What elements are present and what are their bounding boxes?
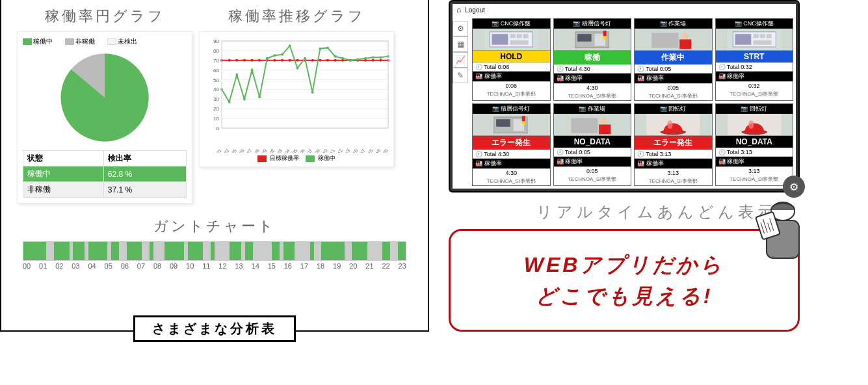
svg-rect-124 (599, 125, 611, 135)
svg-point-74 (273, 54, 276, 57)
sidebar-btn-4[interactable]: ✎ (453, 68, 468, 83)
dashboard-window: ⌂ Logout ⚙ ▦ 📈 ✎ 📷 CNC操作盤HOLD🕘 Total 0:0… (449, 0, 800, 192)
cell-thumb (473, 29, 550, 51)
svg-point-130 (748, 120, 754, 129)
svg-rect-119 (522, 116, 525, 121)
cell-thumb (635, 114, 712, 136)
svg-point-85 (356, 58, 359, 60)
svg-text:0: 0 (217, 126, 220, 131)
cell-status: NO_DATA (716, 136, 793, 148)
cell-rate-value: 0:05 (635, 83, 712, 92)
svg-point-73 (266, 57, 269, 60)
callout-box: WEBアプリだから どこでも見える! (449, 229, 800, 332)
cell-status: STRT (716, 51, 793, 62)
legend-stopped: 非稼働 (75, 37, 95, 46)
svg-point-71 (251, 69, 254, 72)
svg-point-87 (372, 56, 375, 59)
cell-thumb (716, 29, 793, 51)
svg-point-56 (311, 59, 314, 62)
svg-rect-97 (510, 40, 529, 45)
svg-point-58 (326, 59, 329, 62)
svg-rect-112 (759, 34, 765, 38)
cell-total: 🕘 Total 4:30 (473, 150, 550, 158)
svg-point-80 (319, 47, 321, 50)
dashboard-cell[interactable]: 📷 積層信号灯稼働🕘 Total 4:30🏭 稼働率4:30TECHNOA_SI… (553, 18, 632, 101)
pie-table: 状態検出率 稼働中62.8 % 非稼働37.1 % (23, 150, 187, 198)
cell-thumb (473, 114, 550, 136)
analysis-panel: 稼働率円グラフ 稼働中 非稼働 未検出 状態検出率 稼働中62.8 % 非稼 (0, 0, 429, 332)
sidebar-btn-1[interactable]: ⚙ (453, 21, 468, 36)
cell-rate-value: 0:05 (554, 166, 631, 175)
dashboard-cell[interactable]: 📷 積層信号灯エラー発生🕘 Total 4:30🏭 稼働率4:30TECHNOA… (472, 103, 551, 186)
svg-point-70 (243, 98, 246, 100)
sidebar-btn-2[interactable]: ▦ (453, 36, 468, 52)
cell-org: TECHNOA_SI事業部 (716, 175, 793, 183)
svg-rect-94 (510, 34, 516, 38)
th-rate: 検出率 (103, 151, 186, 166)
dashboard-cell[interactable]: 📷 CNC操作盤STRT🕘 Total 0:32🏭 稼働率0:32TECHNOA… (715, 18, 794, 101)
legend-undetected: 未検出 (118, 37, 137, 46)
cell-status: エラー発生 (635, 136, 712, 150)
dashboard-cell[interactable]: 📷 作業場作業中🕘 Total 0:05🏭 稼働率0:05TECHNOA_SI事… (634, 18, 713, 101)
cell-org: TECHNOA_SI事業部 (473, 90, 550, 98)
cell-org: TECHNOA_SI事業部 (554, 92, 631, 100)
cell-total: 🕘 Total 3:13 (716, 148, 793, 156)
cell-rate-value: 4:30 (473, 168, 550, 177)
svg-rect-113 (766, 34, 771, 38)
dashboard-cell[interactable]: 📷 作業場NO_DATA🕘 Total 0:05🏭 稼働率0:05TECHNOA… (553, 103, 632, 186)
gantt-title: ガントチャート (17, 217, 412, 236)
dashboard-cell[interactable]: 📷 回転灯NO_DATA🕘 Total 3:13🏭 稼働率3:13TECHNOA… (715, 103, 794, 186)
svg-point-59 (334, 59, 337, 62)
svg-point-76 (289, 44, 291, 47)
cell-status: 稼働 (554, 51, 631, 64)
gantt-hours: 0001020304050607080910111213141516171819… (23, 262, 406, 270)
svg-rect-96 (523, 34, 528, 38)
svg-rect-117 (496, 119, 510, 127)
sidebar-btn-3[interactable]: 📈 (453, 52, 468, 68)
cell-title: 📷 CNC操作盤 (473, 19, 550, 29)
svg-text:60: 60 (213, 68, 219, 73)
cell-rate-label: 🏭 稼働率 (716, 71, 793, 81)
cell-status: HOLD (473, 51, 550, 62)
td-stopped: 非稼働 (23, 182, 104, 198)
cell-rate-label: 🏭 稼働率 (554, 156, 631, 166)
home-icon[interactable]: ⌂ (456, 5, 461, 14)
legend-target: 目標稼働率 (270, 155, 299, 161)
logout-link[interactable]: Logout (465, 7, 485, 14)
line-card: 010203040506070809011/2111/2211/2511/261… (199, 31, 394, 167)
cell-org: TECHNOA_SI事業部 (473, 177, 550, 185)
dashboard-cell[interactable]: 📷 回転灯エラー発生🕘 Total 3:13🏭 稼働率3:13TECHNOA_S… (634, 103, 713, 186)
cell-rate-value: 3:13 (635, 168, 712, 177)
svg-point-54 (296, 59, 298, 62)
svg-point-49 (258, 59, 261, 62)
cell-rate-value: 3:13 (716, 166, 793, 175)
cell-status: NO_DATA (554, 136, 631, 148)
cell-rate-value: 0:06 (473, 81, 550, 90)
dashboard-toolbar: ⌂ Logout (453, 4, 796, 16)
cell-thumb (635, 29, 712, 51)
svg-rect-111 (753, 34, 758, 38)
td-stopped-rate: 37.1 % (103, 182, 186, 198)
svg-rect-103 (603, 36, 606, 40)
svg-point-75 (281, 53, 283, 56)
cell-org: TECHNOA_SI事業部 (635, 177, 712, 185)
svg-text:20: 20 (213, 106, 219, 112)
svg-rect-107 (679, 40, 691, 49)
svg-point-86 (364, 57, 367, 60)
worker-illustration (754, 194, 812, 272)
svg-rect-114 (753, 40, 771, 45)
cell-title: 📷 積層信号灯 (554, 19, 631, 29)
callout-line2: どこでも見える! (470, 280, 778, 312)
legend-running2: 稼働中 (318, 155, 335, 161)
cell-status: エラー発生 (473, 136, 550, 150)
svg-point-46 (235, 59, 238, 62)
cell-rate-value: 4:30 (554, 83, 631, 92)
cell-rate-label: 🏭 稼働率 (635, 73, 712, 83)
th-state: 状態 (23, 151, 104, 166)
dashboard-cell[interactable]: 📷 CNC操作盤HOLD🕘 Total 0:06🏭 稼働率0:06TECHNOA… (472, 18, 551, 101)
cell-title: 📷 CNC操作盤 (716, 19, 793, 29)
svg-point-88 (379, 56, 382, 59)
svg-point-45 (228, 59, 231, 62)
line-chart: 010203040506070809011/2111/2211/2511/261… (204, 36, 392, 153)
cell-title: 📷 作業場 (635, 19, 712, 29)
